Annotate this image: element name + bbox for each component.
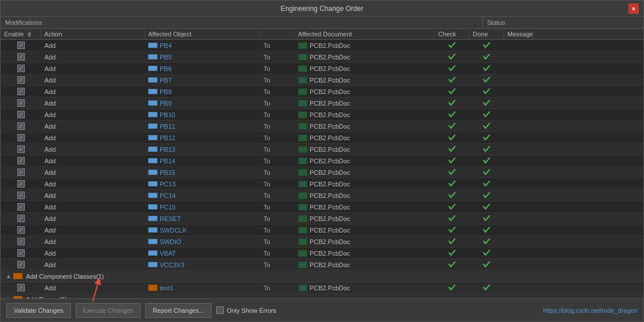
row-checkbox[interactable] [17, 99, 25, 107]
doc-cell: PCB2.PcbDoc [295, 122, 435, 131]
enable-cell[interactable] [1, 225, 41, 235]
check-cell [435, 98, 469, 109]
row-checkbox[interactable] [17, 111, 25, 118]
row-checkbox[interactable] [17, 53, 25, 61]
action-cell: Add [41, 122, 145, 131]
table-row: AddPB9ToPCB2.PcbDoc [1, 98, 643, 109]
action-cell: Add [41, 53, 145, 62]
row-checkbox[interactable] [17, 249, 25, 257]
action-cell: Add [41, 168, 145, 177]
row-checkbox[interactable] [17, 261, 25, 268]
row-checkbox[interactable] [17, 226, 25, 234]
enable-cell[interactable] [1, 260, 41, 269]
col-doc-header[interactable]: Affected Document [295, 29, 435, 39]
message-cell [504, 68, 644, 70]
only-show-errors-checkbox[interactable] [216, 306, 224, 314]
validate-changes-button[interactable]: Validate Changes [6, 303, 71, 318]
check-cell [435, 51, 469, 63]
bottom-bar: Validate Changes Execute Changes Report … [1, 298, 643, 321]
to-cell: To [260, 168, 295, 177]
enable-cell[interactable] [1, 52, 41, 62]
main-window: Engineering Change Order × Modifications… [0, 0, 644, 322]
close-button[interactable]: × [628, 3, 639, 14]
col-message-header[interactable]: Message [504, 29, 643, 39]
done-cell [469, 51, 504, 63]
check-cell [435, 109, 469, 121]
row-checkbox[interactable] [17, 238, 25, 245]
enable-cell[interactable] [1, 167, 41, 177]
doc-cell: PCB2.PcbDoc [295, 156, 435, 166]
enable-cell[interactable] [1, 283, 41, 293]
done-cell [469, 224, 504, 236]
enable-cell[interactable] [1, 98, 41, 108]
message-cell [504, 102, 644, 104]
done-cell [469, 121, 504, 132]
done-cell [469, 109, 504, 121]
report-changes-button[interactable]: Report Changes... [145, 303, 212, 318]
col-obj-header[interactable]: Affected Object [145, 29, 260, 39]
object-cell: PB14 [145, 156, 260, 166]
row-checkbox[interactable] [17, 134, 25, 141]
enable-cell[interactable] [1, 237, 41, 246]
enable-cell[interactable] [1, 75, 41, 85]
url-text: https://blog.csdn.net/rude_dragon [543, 307, 638, 314]
col-done-header[interactable]: Done [469, 29, 504, 39]
doc-cell: PCB2.PcbDoc [295, 249, 435, 258]
row-checkbox[interactable] [17, 284, 25, 291]
action-cell: Add [41, 203, 145, 212]
row-checkbox[interactable] [17, 180, 25, 188]
to-cell: To [260, 87, 295, 96]
enable-cell[interactable] [1, 214, 41, 223]
check-cell [435, 74, 469, 86]
object-cell: PB13 [145, 145, 260, 154]
message-cell [504, 229, 644, 231]
row-checkbox[interactable] [17, 157, 25, 164]
enable-cell[interactable] [1, 179, 41, 189]
message-cell [504, 252, 644, 254]
row-checkbox[interactable] [17, 122, 25, 130]
enable-cell[interactable] [1, 248, 41, 258]
row-checkbox[interactable] [17, 203, 25, 211]
enable-cell[interactable] [1, 121, 41, 131]
enable-cell[interactable] [1, 202, 41, 212]
row-checkbox[interactable] [17, 145, 25, 153]
to-cell: To [260, 156, 295, 166]
col-check-header[interactable]: Check [435, 29, 469, 39]
check-cell [435, 224, 469, 236]
execute-changes-button[interactable]: Execute Changes [76, 303, 141, 318]
col-enable-header[interactable]: Enable [1, 29, 41, 39]
table-row: AddPB4ToPCB2.PcbDoc [1, 40, 643, 51]
to-cell: To [260, 203, 295, 212]
only-show-errors-label[interactable]: Only Show Errors [216, 306, 276, 314]
row-checkbox[interactable] [17, 169, 25, 176]
section-collapse-icon[interactable]: ▲ [4, 272, 13, 281]
row-checkbox[interactable] [17, 215, 25, 222]
enable-cell[interactable] [1, 133, 41, 143]
check-cell [435, 40, 469, 51]
enable-cell[interactable] [1, 190, 41, 200]
check-cell [435, 190, 469, 201]
to-cell: To [260, 283, 295, 293]
message-cell [504, 148, 644, 151]
to-cell: To [260, 249, 295, 258]
row-checkbox[interactable] [17, 76, 25, 84]
doc-cell: PCB2.PcbDoc [295, 179, 435, 189]
row-checkbox[interactable] [17, 65, 25, 72]
row-checkbox[interactable] [17, 42, 25, 49]
to-cell: To [260, 41, 295, 50]
row-checkbox[interactable] [17, 88, 25, 95]
done-cell [469, 178, 504, 190]
row-checkbox[interactable] [17, 192, 25, 199]
action-cell: Add [41, 179, 145, 189]
doc-cell: PCB2.PcbDoc [295, 260, 435, 269]
check-cell [435, 282, 469, 294]
enable-cell[interactable] [1, 110, 41, 119]
col-action-header[interactable]: Action [41, 29, 145, 39]
enable-cell[interactable] [1, 156, 41, 166]
enable-cell[interactable] [1, 87, 41, 96]
check-cell [435, 259, 469, 271]
enable-cell[interactable] [1, 144, 41, 154]
doc-cell: PCB2.PcbDoc [295, 99, 435, 108]
enable-cell[interactable] [1, 63, 41, 73]
enable-cell[interactable] [1, 40, 41, 50]
